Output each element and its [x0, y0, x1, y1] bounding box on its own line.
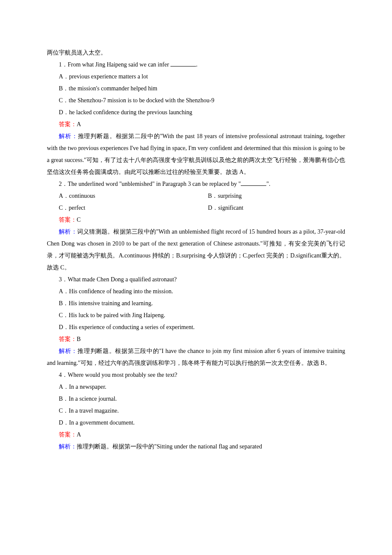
explanation-text: 推理判断题。根据第二段中的"With the past 18 years of …	[47, 133, 345, 175]
explanation-text: 推理判断题。根据第一段中的"Sitting under the national…	[77, 443, 262, 450]
q4-option-b: B．In a science journal.	[47, 393, 345, 405]
answer-value: C	[77, 217, 81, 223]
q3-option-d: D．His experience of conducting a series …	[47, 321, 345, 333]
q3-option-b: B．His intensive training and learning.	[47, 298, 345, 309]
q1-stem-b: .	[196, 61, 198, 68]
q3-answer: 答案：B	[47, 333, 345, 345]
q2-option-c: C．perfect	[47, 202, 196, 214]
q1-explanation: 解析：推理判断题。根据第二段中的"With the past 18 years …	[47, 130, 345, 178]
answer-value: B	[77, 336, 81, 342]
q3-option-c: C．His luck to be paired with Jing Haipen…	[47, 309, 345, 321]
q1-stem-a: 1．From what Jing Haipeng said we can inf…	[59, 61, 170, 68]
q2-option-d: D．significant	[196, 202, 345, 214]
q3-explanation: 解析：推理判断题。根据第三段中的"I have the chance to jo…	[47, 345, 345, 369]
answer-label: 答案：	[59, 336, 77, 342]
explanation-label: 解析：	[59, 443, 77, 450]
explanation-text: 词义猜测题。根据第三段中的"With an unblemished flight…	[47, 228, 345, 271]
explanation-label: 解析：	[59, 348, 78, 354]
answer-label: 答案：	[59, 431, 77, 438]
q4-option-c: C．In a travel magazine.	[47, 405, 345, 417]
q2-stem: 2．The underlined word "unblemished" in P…	[47, 178, 345, 190]
q2-explanation: 解析：词义猜测题。根据第三段中的"With an unblemished fli…	[47, 226, 345, 274]
intro-text: 两位宇航员送入太空。	[47, 47, 345, 59]
q4-answer: 答案：A	[47, 429, 345, 441]
answer-value: A	[77, 431, 81, 438]
q4-stem: 4．Where would you most probably see the …	[47, 369, 345, 381]
q1-stem: 1．From what Jing Haipeng said we can inf…	[47, 59, 345, 71]
explanation-label: 解析：	[59, 133, 78, 139]
blank-fill	[241, 185, 266, 186]
q3-stem: 3．What made Chen Dong a qualified astron…	[47, 274, 345, 286]
q1-option-b: B．the mission's commander helped him	[47, 83, 345, 95]
q2-option-b: B．surprising	[196, 190, 345, 202]
explanation-label: 解析：	[59, 228, 77, 235]
q4-option-d: D．In a government document.	[47, 417, 345, 429]
q2-answer: 答案：C	[47, 214, 345, 226]
q2-option-a: A．continuous	[47, 190, 196, 202]
answer-value: A	[77, 121, 81, 127]
blank-fill	[170, 66, 196, 66]
q1-option-d: D．he lacked confidence during the previo…	[47, 107, 345, 119]
answer-label: 答案：	[59, 121, 77, 127]
q2-options-row1: A．continuous B．surprising	[47, 190, 345, 202]
q2-stem-b: ".	[266, 181, 270, 187]
q4-option-a: A．In a newspaper.	[47, 381, 345, 393]
q1-answer: 答案：A	[47, 119, 345, 130]
q4-explanation: 解析：推理判断题。根据第一段中的"Sitting under the natio…	[47, 441, 345, 453]
explanation-text: 推理判断题。根据第三段中的"I have the chance to join …	[47, 348, 345, 366]
q3-option-a: A．His confidence of heading into the mis…	[47, 286, 345, 298]
q2-options-row2: C．perfect D．significant	[47, 202, 345, 214]
answer-label: 答案：	[59, 217, 77, 223]
q2-stem-a: 2．The underlined word "unblemished" in P…	[59, 181, 241, 187]
q1-option-c: C．the Shenzhou-7 mission is to be docked…	[47, 95, 345, 107]
q1-option-a: A．previous experience matters a lot	[47, 71, 345, 83]
